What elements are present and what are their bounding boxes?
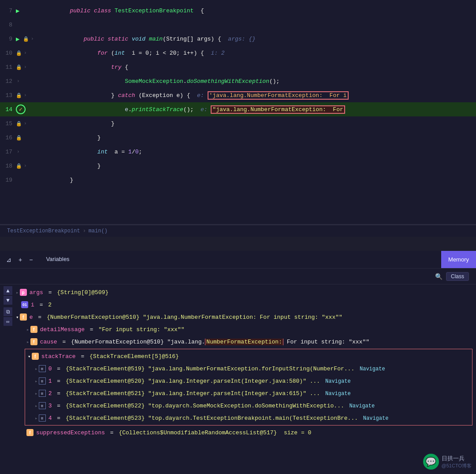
breadcrumb-class: TestExceptionBreakpoint bbox=[7, 228, 80, 234]
navigate-st3[interactable]: Navigate bbox=[350, 403, 375, 409]
chevron-10: › bbox=[24, 50, 27, 56]
gutter-13: 🔒 › bbox=[16, 93, 39, 98]
line-num-8: 8 bbox=[0, 22, 16, 28]
run-arrow-7: ▶ bbox=[16, 7, 22, 15]
line-num-12: 12 bbox=[0, 78, 16, 85]
code-lines: 7 ▶ public class TestExceptionBreakpoint… bbox=[0, 0, 476, 190]
debug-panel: ⊿ + − Variables Memory 🔍 Class ▲ ▼ ⧉ ∞ bbox=[0, 251, 476, 474]
expand-st1[interactable]: ▸ bbox=[35, 378, 38, 384]
code-line-7: 7 ▶ public class TestExceptionBreakpoint… bbox=[0, 4, 476, 18]
expand-st2[interactable]: ▸ bbox=[35, 391, 38, 396]
panel-gap bbox=[0, 237, 476, 251]
chevron-17: › bbox=[17, 149, 20, 154]
filter-button[interactable]: ⊿ bbox=[4, 254, 14, 265]
icon-i: 01 bbox=[21, 301, 28, 308]
watermark-blog: @51CTO博客 bbox=[442, 463, 472, 469]
line-num-13: 13 bbox=[0, 92, 16, 99]
icon-e: f bbox=[20, 314, 27, 321]
tab-variables[interactable]: Variables bbox=[39, 251, 76, 268]
lock-10: 🔒 bbox=[16, 50, 22, 56]
breadcrumb-sep: › bbox=[83, 228, 86, 234]
icon-stacktrace: f bbox=[32, 353, 39, 360]
code-line-19: 19 } bbox=[0, 173, 476, 187]
chevron-13: › bbox=[24, 93, 27, 98]
navigate-st4[interactable]: Navigate bbox=[363, 415, 389, 422]
secondary-toolbar: 🔍 Class bbox=[0, 269, 476, 284]
line-num-9: 9 bbox=[0, 36, 16, 42]
lock-9: 🔒 bbox=[23, 36, 29, 42]
var-row-st0: ▸ ≡ 0 = {StackTraceElement@519} "java.la… bbox=[26, 362, 471, 375]
chevron-12: › bbox=[17, 78, 20, 84]
navigate-st2[interactable]: Navigate bbox=[325, 391, 351, 397]
lock-15: 🔒 bbox=[16, 121, 22, 127]
gutter-14: ✓ bbox=[16, 105, 39, 114]
code-content-19: } bbox=[39, 170, 476, 190]
chevron-18: › bbox=[24, 163, 27, 168]
gutter-15: 🔒 › bbox=[16, 121, 39, 127]
line-num-16: 16 bbox=[0, 134, 16, 141]
debug-icons-left: ⊿ + − bbox=[0, 251, 39, 268]
line-num-15: 15 bbox=[0, 120, 16, 127]
memory-button[interactable]: Memory bbox=[441, 251, 476, 268]
run-arrow-9: ▶ bbox=[16, 35, 22, 43]
gutter-12: › bbox=[16, 78, 39, 84]
var-row-detailMessage: ▸ f detailMessage = "For input string: "… bbox=[0, 323, 476, 336]
var-row-st1: ▸ ≡ 1 = {StackTraceElement@520} "java.la… bbox=[26, 375, 471, 387]
variables-list: ▲ ▼ ⧉ ∞ ▸ p args = {String[0]@509} 01 i … bbox=[0, 284, 476, 474]
var-row-e: ▾ f e = {NumberFormatException@510} "jav… bbox=[0, 311, 476, 323]
code-editor: 7 ▶ public class TestExceptionBreakpoint… bbox=[0, 0, 476, 225]
icon-suppressed: f bbox=[26, 429, 33, 436]
class-button[interactable]: Class bbox=[446, 272, 469, 281]
expand-st4[interactable]: ▸ bbox=[35, 415, 38, 421]
line-num-7: 7 bbox=[0, 7, 16, 14]
icon-cause: f bbox=[30, 338, 37, 345]
watermark-info: 日拱一兵 @51CTO博客 bbox=[442, 455, 472, 469]
var-row-st4: ▸ ≡ 4 = {StackTraceElement@523} "top.day… bbox=[26, 412, 471, 424]
lock-11: 🔒 bbox=[16, 64, 22, 70]
var-row-stackTrace: ▾ f stackTrace = {StackTraceElement[5]@5… bbox=[26, 350, 471, 362]
search-button[interactable]: 🔍 bbox=[432, 271, 445, 282]
gutter-18: 🔒 › bbox=[16, 163, 39, 169]
expand-args[interactable]: ▸ bbox=[16, 290, 19, 295]
line-num-17: 17 bbox=[0, 149, 16, 155]
line-num-10: 10 bbox=[0, 50, 16, 56]
watermark: 💬 日拱一兵 @51CTO博客 bbox=[423, 454, 472, 470]
var-row-st3: ▸ ≡ 3 = {StackTraceElement@522} "top.day… bbox=[26, 399, 471, 412]
icon-st0: ≡ bbox=[39, 365, 46, 372]
icon-st2: ≡ bbox=[39, 390, 46, 397]
line-num-14: 14 bbox=[0, 106, 16, 113]
gutter-7: ▶ bbox=[16, 7, 39, 15]
var-row-args: ▸ p args = {String[0]@509} bbox=[0, 286, 476, 299]
breadcrumb-method: main() bbox=[89, 228, 108, 234]
lock-16: 🔒 bbox=[16, 135, 22, 141]
expand-stacktrace[interactable]: ▾ bbox=[28, 354, 31, 359]
chevron-15: › bbox=[24, 121, 27, 126]
expand-e[interactable]: ▾ bbox=[16, 314, 19, 320]
chevron-11: › bbox=[24, 64, 27, 70]
watermark-name: 日拱一兵 bbox=[442, 455, 472, 463]
line-num-18: 18 bbox=[0, 163, 16, 169]
remove-variable-button[interactable]: − bbox=[26, 254, 35, 265]
icon-st3: ≡ bbox=[39, 402, 46, 409]
icon-st4: ≡ bbox=[39, 414, 46, 422]
line-num-11: 11 bbox=[0, 64, 16, 71]
icon-detail: f bbox=[30, 326, 37, 333]
var-row-st2: ▸ ≡ 2 = {StackTraceElement@521} "java.la… bbox=[26, 387, 471, 399]
stacktrace-container: ▾ f stackTrace = {StackTraceElement[5]@5… bbox=[25, 349, 472, 425]
expand-st3[interactable]: ▸ bbox=[35, 403, 38, 409]
expand-cause[interactable]: ▸ bbox=[26, 339, 30, 345]
line-num-19: 19 bbox=[0, 177, 16, 183]
expand-detail[interactable]: ▸ bbox=[26, 327, 30, 332]
add-variable-button[interactable]: + bbox=[16, 254, 25, 265]
gutter-17: › bbox=[16, 149, 39, 154]
gutter-10: 🔒 › bbox=[16, 50, 39, 56]
navigate-st1[interactable]: Navigate bbox=[325, 378, 351, 384]
navigate-st0[interactable]: Navigate bbox=[360, 366, 385, 372]
icon-args: p bbox=[20, 289, 27, 296]
wechat-icon: 💬 bbox=[423, 454, 439, 470]
gutter-16: 🔒 bbox=[16, 135, 39, 141]
current-breakpoint-icon: ✓ bbox=[16, 105, 26, 114]
chevron-9: › bbox=[31, 36, 34, 41]
var-row-suppressed: f suppressedExceptions = {Collections$Un… bbox=[0, 426, 476, 439]
expand-st0[interactable]: ▸ bbox=[35, 366, 38, 372]
